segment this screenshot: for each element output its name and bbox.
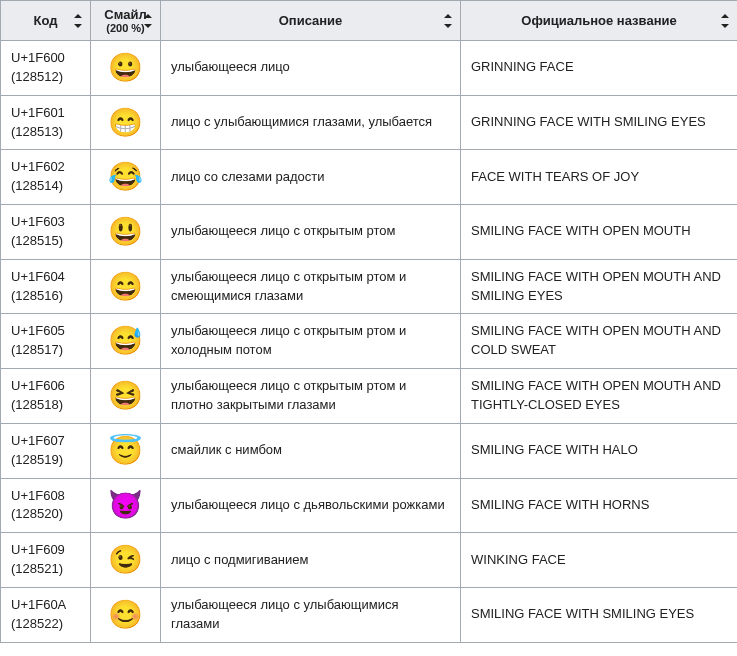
header-description[interactable]: Описание: [161, 1, 461, 41]
cell-description: лицо с подмигиванием: [161, 533, 461, 588]
cell-official: GRINNING FACE WITH SMILING EYES: [461, 95, 738, 150]
cell-description: улыбающееся лицо: [161, 41, 461, 96]
code-decimal: (128515): [11, 232, 80, 251]
cell-code: U+1F606(128518): [1, 369, 91, 424]
cell-description: улыбающееся лицо с улыбающимися глазами: [161, 587, 461, 642]
cell-emoji: 😁: [91, 95, 161, 150]
code-hex: U+1F60A: [11, 596, 80, 615]
sort-icon: [144, 13, 154, 29]
code-decimal: (128517): [11, 341, 80, 360]
emoji-table: Код Смайл (200 %) Описание Официальное н…: [0, 0, 737, 643]
cell-code: U+1F608(128520): [1, 478, 91, 533]
cell-emoji: 😊: [91, 587, 161, 642]
code-decimal: (128518): [11, 396, 80, 415]
code-decimal: (128513): [11, 123, 80, 142]
header-code[interactable]: Код: [1, 1, 91, 41]
cell-emoji: 😀: [91, 41, 161, 96]
code-hex: U+1F601: [11, 104, 80, 123]
code-decimal: (128512): [11, 68, 80, 87]
table-row: U+1F605(128517)😅улыбающееся лицо с откры…: [1, 314, 738, 369]
cell-description: улыбающееся лицо с открытым ртом: [161, 205, 461, 260]
cell-official: SMILING FACE WITH HORNS: [461, 478, 738, 533]
table-row: U+1F601(128513)😁лицо с улыбающимися глаз…: [1, 95, 738, 150]
cell-official: FACE WITH TEARS OF JOY: [461, 150, 738, 205]
cell-official: WINKING FACE: [461, 533, 738, 588]
cell-code: U+1F605(128517): [1, 314, 91, 369]
table-row: U+1F608(128520)😈улыбающееся лицо с дьяво…: [1, 478, 738, 533]
cell-official: SMILING FACE WITH OPEN MOUTH: [461, 205, 738, 260]
cell-code: U+1F60A(128522): [1, 587, 91, 642]
cell-code: U+1F602(128514): [1, 150, 91, 205]
code-decimal: (128516): [11, 287, 80, 306]
cell-code: U+1F600(128512): [1, 41, 91, 96]
table-row: U+1F607(128519)😇смайлик с нимбомSMILING …: [1, 423, 738, 478]
code-hex: U+1F606: [11, 377, 80, 396]
cell-emoji: 😇: [91, 423, 161, 478]
cell-official: SMILING FACE WITH OPEN MOUTH AND SMILING…: [461, 259, 738, 314]
table-row: U+1F609(128521)😉лицо с подмигиваниемWINK…: [1, 533, 738, 588]
table-row: U+1F604(128516)😄улыбающееся лицо с откры…: [1, 259, 738, 314]
header-emoji[interactable]: Смайл (200 %): [91, 1, 161, 41]
table-row: U+1F606(128518)😆улыбающееся лицо с откры…: [1, 369, 738, 424]
cell-description: лицо со слезами радости: [161, 150, 461, 205]
cell-official: GRINNING FACE: [461, 41, 738, 96]
table-row: U+1F60A(128522)😊улыбающееся лицо с улыба…: [1, 587, 738, 642]
code-decimal: (128522): [11, 615, 80, 634]
cell-emoji: 😅: [91, 314, 161, 369]
code-hex: U+1F604: [11, 268, 80, 287]
code-hex: U+1F608: [11, 487, 80, 506]
code-hex: U+1F609: [11, 541, 80, 560]
header-code-label: Код: [34, 13, 58, 28]
cell-official: SMILING FACE WITH HALO: [461, 423, 738, 478]
cell-emoji: 😆: [91, 369, 161, 424]
cell-description: смайлик с нимбом: [161, 423, 461, 478]
cell-official: SMILING FACE WITH OPEN MOUTH AND COLD SW…: [461, 314, 738, 369]
cell-description: улыбающееся лицо с дьявольскими рожками: [161, 478, 461, 533]
code-hex: U+1F607: [11, 432, 80, 451]
code-hex: U+1F603: [11, 213, 80, 232]
cell-code: U+1F604(128516): [1, 259, 91, 314]
sort-icon: [74, 13, 84, 29]
cell-code: U+1F603(128515): [1, 205, 91, 260]
header-emoji-label: Смайл: [104, 7, 146, 22]
cell-official: SMILING FACE WITH OPEN MOUTH AND TIGHTLY…: [461, 369, 738, 424]
table-row: U+1F600(128512)😀улыбающееся лицоGRINNING…: [1, 41, 738, 96]
cell-emoji: 😂: [91, 150, 161, 205]
cell-emoji: 😄: [91, 259, 161, 314]
cell-description: улыбающееся лицо с открытым ртом и смеющ…: [161, 259, 461, 314]
cell-description: улыбающееся лицо с открытым ртом и холод…: [161, 314, 461, 369]
sort-icon: [444, 13, 454, 29]
sort-icon: [721, 13, 731, 29]
cell-emoji: 😉: [91, 533, 161, 588]
header-official[interactable]: Официальное название: [461, 1, 738, 41]
cell-code: U+1F609(128521): [1, 533, 91, 588]
cell-emoji: 😈: [91, 478, 161, 533]
cell-description: улыбающееся лицо с открытым ртом и плотн…: [161, 369, 461, 424]
table-row: U+1F603(128515)😃улыбающееся лицо с откры…: [1, 205, 738, 260]
code-hex: U+1F602: [11, 158, 80, 177]
code-hex: U+1F605: [11, 322, 80, 341]
cell-code: U+1F601(128513): [1, 95, 91, 150]
cell-code: U+1F607(128519): [1, 423, 91, 478]
code-decimal: (128519): [11, 451, 80, 470]
code-hex: U+1F600: [11, 49, 80, 68]
table-row: U+1F602(128514)😂лицо со слезами радостиF…: [1, 150, 738, 205]
cell-emoji: 😃: [91, 205, 161, 260]
cell-official: SMILING FACE WITH SMILING EYES: [461, 587, 738, 642]
code-decimal: (128520): [11, 505, 80, 524]
code-decimal: (128514): [11, 177, 80, 196]
code-decimal: (128521): [11, 560, 80, 579]
header-description-label: Описание: [279, 13, 343, 28]
cell-description: лицо с улыбающимися глазами, улыбается: [161, 95, 461, 150]
header-official-label: Официальное название: [521, 13, 676, 28]
